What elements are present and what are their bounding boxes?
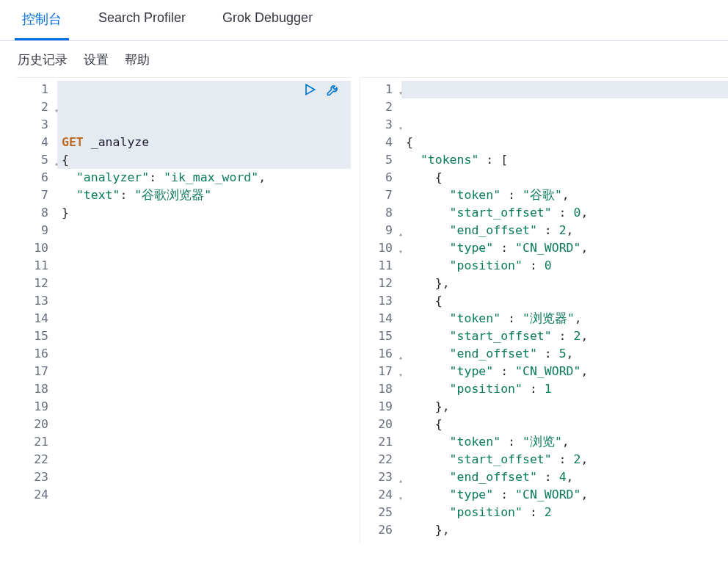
gutter-line: 6 (16, 169, 54, 187)
gutter-line: 20 (16, 416, 54, 433)
gutter-line: 4 (16, 134, 54, 151)
code-line: "start_offset" : 2, (406, 327, 728, 345)
gutter-line: 18 (360, 380, 398, 398)
gutter-line: 12 (16, 275, 54, 292)
gutter-line: 14 (16, 310, 54, 327)
gutter-line: 13 (16, 292, 54, 310)
gutter-line: 16▴ (360, 345, 398, 363)
gutter-line: 7 (360, 187, 398, 204)
gutter-line: 15 (360, 327, 398, 345)
code-line (62, 504, 351, 521)
gutter-line: 3 (16, 116, 54, 134)
tab-1[interactable]: Search Profiler (91, 0, 193, 40)
subtab-2[interactable]: 帮助 (125, 51, 150, 68)
code-line: { (406, 539, 728, 543)
gutter-line: 4 (360, 134, 398, 151)
gutter-line: 2▾ (16, 98, 54, 116)
tab-2[interactable]: Grok Debugger (215, 0, 320, 40)
code-line: }, (406, 398, 728, 416)
code-line: "end_offset" : 5, (406, 345, 728, 363)
code-line (62, 486, 351, 504)
code-line: "type" : "CN_WORD", (406, 239, 728, 257)
gutter-line: 21 (360, 433, 398, 451)
gutter-line: 7 (16, 187, 54, 204)
code-line (62, 468, 351, 486)
code-line (62, 257, 351, 275)
code-line: { (406, 292, 728, 310)
gutter-line: 24▾ (360, 486, 398, 504)
gutter-line: 14 (360, 310, 398, 327)
response-editor[interactable]: ⋮ 1▾23▾456789▴10▾111213141516▴17▾1819202… (360, 77, 728, 543)
code-line (62, 222, 351, 239)
code-line: "tokens" : [ (406, 151, 728, 169)
gutter-line: 17 (16, 363, 54, 380)
code-line (62, 451, 351, 468)
code-line: "token" : "浏览", (406, 433, 728, 451)
code-line (62, 239, 351, 257)
code-line: "end_offset" : 2, (406, 222, 728, 239)
main-tabs: 控制台Search ProfilerGrok Debugger (0, 0, 728, 41)
code-line: "end_offset" : 4, (406, 468, 728, 486)
gutter-line: 12 (360, 275, 398, 292)
gutter-line: 10▾ (360, 239, 398, 257)
gutter-line: 6 (360, 169, 398, 187)
code-line: "text": "谷歌浏览器" (62, 187, 351, 204)
gutter-line: 9▴ (360, 222, 398, 239)
code-line (62, 398, 351, 416)
gutter-line: 26 (360, 521, 398, 539)
gutter-line: 22 (360, 451, 398, 468)
code-line: { (406, 416, 728, 433)
code-line: { (62, 151, 351, 169)
gutter-line: 25 (360, 504, 398, 521)
code-line: "token" : "谷歌", (406, 187, 728, 204)
gutter-line: 8 (360, 204, 398, 222)
code-line (62, 310, 351, 327)
code-line: "analyzer": "ik_max_word", (62, 169, 351, 187)
gutter-line: 19 (16, 398, 54, 416)
subtab-0[interactable]: 历史记录 (18, 51, 68, 68)
gutter-line: 22 (16, 451, 54, 468)
code-line: GET _analyze (62, 134, 351, 151)
code-line (62, 327, 351, 345)
code-line: "position" : 2 (406, 504, 728, 521)
gutter-line: 3▾ (360, 116, 398, 134)
gutter-line: 23▴ (360, 468, 398, 486)
code-line: "start_offset" : 2, (406, 451, 728, 468)
gutter-line: 1 (16, 81, 54, 98)
gutter-line: 10 (16, 239, 54, 257)
gutter-line: 5 (360, 151, 398, 169)
gutter-line: 19 (360, 398, 398, 416)
subtab-1[interactable]: 设置 (84, 51, 109, 68)
gutter-line: 13 (360, 292, 398, 310)
gutter-line: 5▴ (16, 151, 54, 169)
tab-0[interactable]: 控制台 (15, 0, 69, 40)
code-line (62, 433, 351, 451)
code-line: }, (406, 521, 728, 539)
code-line: "position" : 0 (406, 257, 728, 275)
gutter-line: 17▾ (360, 363, 398, 380)
gutter-line: 2 (360, 98, 398, 116)
code-line: "type" : "CN_WORD", (406, 486, 728, 504)
code-line (62, 380, 351, 398)
request-editor[interactable]: 12▾345▴678910111213141516171819202122232… (16, 77, 351, 543)
code-line: "position" : 1 (406, 380, 728, 398)
split-editor: 12▾345▴678910111213141516171819202122232… (0, 73, 728, 543)
code-line (62, 345, 351, 363)
code-line (62, 521, 351, 539)
code-line: } (62, 204, 351, 222)
code-line (62, 292, 351, 310)
gutter-line: 15 (16, 327, 54, 345)
gutter-line: 9 (16, 222, 54, 239)
code-line: "start_offset" : 0, (406, 204, 728, 222)
code-line: "type" : "CN_WORD", (406, 363, 728, 380)
gutter-line: 27 (360, 539, 398, 543)
gutter-line: 11 (360, 257, 398, 275)
gutter-line: 8 (16, 204, 54, 222)
sub-tabs: 历史记录设置帮助 (0, 41, 728, 73)
gutter-line: 16 (16, 345, 54, 363)
code-line (62, 539, 351, 543)
gutter-line: 11 (16, 257, 54, 275)
gutter-line: 21 (16, 433, 54, 451)
code-line: { (406, 134, 728, 151)
gutter-line: 18 (16, 380, 54, 398)
